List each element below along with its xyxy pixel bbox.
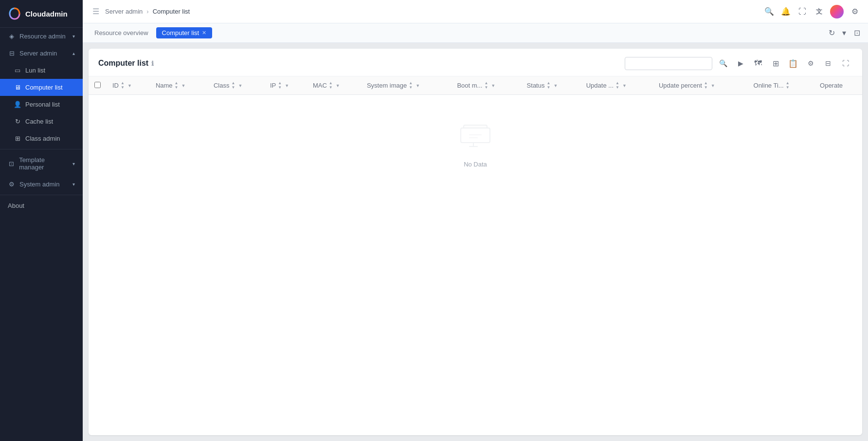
col-mac-label: MAC — [313, 82, 327, 89]
col-operate: Operate — [814, 76, 862, 95]
col-ip-filter[interactable]: ▼ — [285, 83, 289, 88]
col-status-filter[interactable]: ▼ — [553, 83, 558, 88]
lun-list-icon: ▭ — [14, 67, 21, 74]
sidebar-item-lun-list[interactable]: ▭ Lun list — [0, 62, 83, 79]
col-system-image[interactable]: System image ▲ ▼ ▼ — [361, 76, 451, 95]
info-icon[interactable]: ℹ — [151, 60, 154, 67]
personal-list-icon: 👤 — [14, 101, 21, 108]
col-ip[interactable]: IP ▲ ▼ ▼ — [264, 76, 307, 95]
col-system-image-sort[interactable]: ▲ ▼ — [409, 81, 413, 90]
map-button[interactable]: 🗺 — [751, 56, 765, 70]
col-name-filter[interactable]: ▼ — [181, 83, 185, 88]
col-system-image-filter[interactable]: ▼ — [416, 83, 420, 88]
col-ip-sort[interactable]: ▲ ▼ — [278, 81, 282, 90]
logo[interactable]: Cloudadmin — [0, 0, 83, 28]
server-admin-icon: ⊟ — [8, 50, 16, 57]
sidebar-item-class-admin[interactable]: ⊞ Class admin — [0, 130, 83, 147]
settings-icon[interactable]: ⚙ — [850, 6, 860, 17]
system-admin-icon: ⚙ — [8, 181, 16, 188]
class-admin-icon: ⊞ — [14, 135, 21, 142]
col-class[interactable]: Class ▲ ▼ ▼ — [208, 76, 264, 95]
col-operate-label: Operate — [820, 82, 843, 89]
col-boot-mode-filter[interactable]: ▼ — [491, 83, 495, 88]
col-update-percent[interactable]: Update percent ▲ ▼ ▼ — [653, 76, 748, 95]
content-area: Computer list ℹ 🔍 ▶ 🗺 ⊞ 📋 ⚙ ⊟ ⛶ — [89, 49, 862, 435]
search-icon[interactable]: 🔍 — [764, 6, 775, 17]
chevron-down-icon: ▾ — [72, 34, 75, 39]
no-data-state: No Data — [89, 95, 862, 197]
hamburger-button[interactable]: ☰ — [90, 5, 101, 18]
search-input[interactable] — [625, 57, 712, 70]
col-mac[interactable]: MAC ▲ ▼ ▼ — [307, 76, 361, 95]
breadcrumb-separator: › — [146, 8, 148, 15]
tab-resource-overview[interactable]: Resource overview — [89, 27, 154, 38]
grid-button[interactable]: ⊞ — [769, 56, 782, 70]
computer-table: ID ▲ ▼ ▼ Name — [89, 76, 862, 95]
tab-settings-icon[interactable]: ⊡ — [851, 28, 862, 38]
col-update-percent-filter[interactable]: ▼ — [711, 83, 715, 88]
translate-icon[interactable]: 文 — [814, 6, 824, 17]
tab-dropdown-icon[interactable]: ▾ — [839, 28, 850, 38]
sidebar-item-cache-list[interactable]: ↻ Cache list — [0, 113, 83, 130]
col-name-label: Name — [156, 82, 173, 89]
chevron-down-icon-3: ▾ — [72, 182, 75, 187]
col-online-time[interactable]: Online Ti... ▲ ▼ — [748, 76, 814, 95]
column-settings-button[interactable]: ⚙ — [804, 56, 817, 70]
sidebar-item-cache-list-label: Cache list — [25, 118, 53, 125]
col-ip-label: IP — [270, 82, 276, 89]
computer-list-icon: 🖥 — [14, 84, 21, 91]
table-header-row: ID ▲ ▼ ▼ Name — [89, 76, 862, 95]
col-name-sort[interactable]: ▲ ▼ — [175, 81, 179, 90]
table-container: ID ▲ ▼ ▼ Name — [89, 76, 862, 435]
topbar-right: 🔍 🔔 ⛶ 文 ⚙ — [764, 5, 860, 18]
fullscreen-button[interactable]: ⛶ — [839, 56, 852, 70]
col-status-sort[interactable]: ▲ ▼ — [546, 81, 550, 90]
chevron-down-icon-2: ▾ — [72, 161, 75, 166]
col-boot-mode-sort[interactable]: ▲ ▼ — [484, 81, 488, 90]
col-update[interactable]: Update ... ▲ ▼ ▼ — [580, 76, 653, 95]
col-boot-mode[interactable]: Boot m... ▲ ▼ ▼ — [451, 76, 521, 95]
col-mac-sort[interactable]: ▲ ▼ — [329, 81, 333, 90]
sidebar-item-computer-list[interactable]: 🖥 Computer list — [0, 79, 83, 96]
expand-icon[interactable]: ⛶ — [797, 6, 808, 17]
topbar-left: ☰ Server admin › Computer list — [90, 5, 190, 18]
tab-computer-list-close[interactable]: ✕ — [202, 30, 206, 36]
avatar[interactable] — [830, 5, 844, 18]
col-class-filter[interactable]: ▼ — [238, 83, 242, 88]
no-data-text: No Data — [464, 161, 487, 168]
col-id[interactable]: ID ▲ ▼ ▼ — [107, 76, 150, 95]
col-status[interactable]: Status ▲ ▼ ▼ — [521, 76, 580, 95]
search-button[interactable]: 🔍 — [716, 56, 730, 70]
sidebar: Cloudadmin ◈ Resource admin ▾ ⊟ Server a… — [0, 0, 83, 441]
no-data-icon — [460, 124, 491, 155]
sidebar-item-about[interactable]: About — [0, 197, 83, 214]
breadcrumb-server-admin[interactable]: Server admin — [105, 8, 143, 15]
col-update-sort[interactable]: ▲ ▼ — [615, 81, 619, 90]
sidebar-item-resource-admin[interactable]: ◈ Resource admin ▾ — [0, 28, 83, 45]
sidebar-item-server-admin[interactable]: ⊟ Server admin ▴ — [0, 45, 83, 62]
sidebar-item-template-manager[interactable]: ⊡ Template manager ▾ — [0, 151, 83, 176]
col-mac-filter[interactable]: ▼ — [336, 83, 340, 88]
col-id-sort[interactable]: ▲ ▼ — [121, 81, 125, 90]
layout-button[interactable]: ⊟ — [821, 56, 835, 70]
sidebar-item-personal-list[interactable]: 👤 Personal list — [0, 96, 83, 113]
col-class-sort[interactable]: ▲ ▼ — [231, 81, 235, 90]
table-button[interactable]: 📋 — [786, 56, 800, 70]
filter-icon[interactable]: ▼ — [127, 83, 132, 88]
play-button[interactable]: ▶ — [734, 56, 747, 70]
bell-icon[interactable]: 🔔 — [780, 6, 791, 17]
divider-2 — [0, 195, 83, 195]
col-system-image-label: System image — [367, 82, 407, 89]
sidebar-item-system-admin[interactable]: ⚙ System admin ▾ — [0, 176, 83, 193]
col-update-label: Update ... — [586, 82, 614, 89]
col-update-percent-sort[interactable]: ▲ ▼ — [704, 81, 708, 90]
col-online-time-sort[interactable]: ▲ ▼ — [786, 81, 790, 90]
select-all-checkbox[interactable] — [94, 82, 101, 88]
content-title-wrap: Computer list ℹ — [98, 59, 154, 68]
col-update-filter[interactable]: ▼ — [622, 83, 627, 88]
col-name[interactable]: Name ▲ ▼ ▼ — [150, 76, 208, 95]
tab-computer-list[interactable]: Computer list ✕ — [156, 27, 213, 38]
tab-refresh-icon[interactable]: ↻ — [826, 28, 837, 38]
divider-1 — [0, 149, 83, 149]
col-id-label: ID — [112, 82, 119, 89]
